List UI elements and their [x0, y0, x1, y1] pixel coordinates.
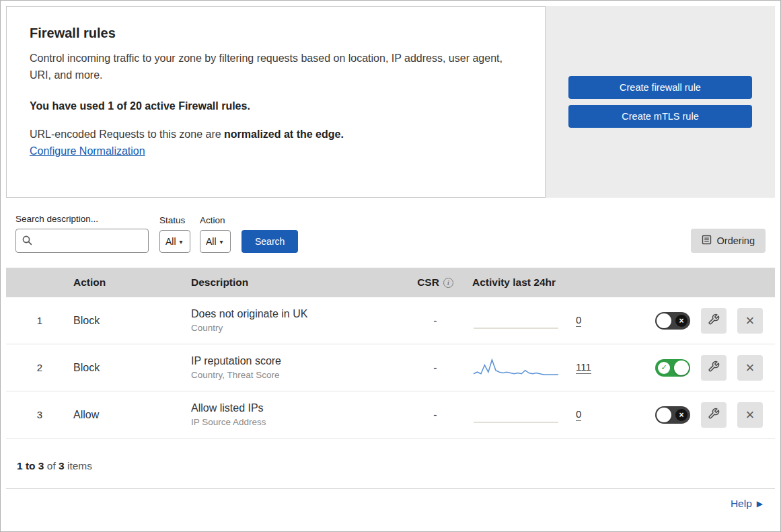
close-icon: ×	[746, 313, 755, 328]
search-button[interactable]: Search	[241, 230, 298, 253]
wrench-icon	[708, 313, 720, 328]
header-csr: CSR i	[398, 276, 472, 289]
rule-activity-cell: 0	[472, 403, 630, 427]
activity-sparkline	[472, 356, 560, 380]
action-label: Action	[200, 215, 231, 225]
toggle-state-icon	[658, 362, 670, 374]
wrench-icon	[708, 360, 720, 375]
rule-csr: -	[398, 315, 472, 327]
items-of: of	[44, 460, 59, 471]
header-description: Description	[191, 276, 398, 289]
activity-count-link[interactable]: 0	[576, 314, 581, 327]
delete-rule-button[interactable]: ×	[737, 402, 763, 428]
page-description: Control incoming traffic to your zone by…	[30, 50, 507, 84]
page-title: Firewall rules	[30, 26, 522, 41]
filter-bar: Search description... Status All ▾ Actio…	[6, 214, 775, 253]
edit-rule-button[interactable]	[701, 355, 727, 381]
rule-action: Block	[73, 362, 191, 374]
ordering-button-label: Ordering	[717, 235, 755, 246]
activity-count-link[interactable]: 0	[576, 408, 581, 421]
activity-count-link[interactable]: 111	[576, 361, 591, 374]
table-header: Action Description CSR i Activity last 2…	[6, 268, 775, 297]
header-action: Action	[73, 276, 191, 289]
action-filter-group: Action All ▾	[200, 215, 231, 253]
rule-priority: 3	[6, 409, 73, 420]
rule-controls: ×	[630, 402, 775, 428]
help-bar: Help ▶	[6, 488, 775, 510]
rule-enable-toggle[interactable]	[655, 312, 690, 330]
rule-controls: ×	[630, 355, 775, 381]
toggle-knob	[657, 313, 671, 328]
delete-rule-button[interactable]: ×	[737, 308, 763, 334]
info-icon[interactable]: i	[443, 278, 453, 288]
rule-activity-cell: 111	[472, 356, 630, 380]
rule-description-cell: IP reputation score Country, Threat Scor…	[191, 355, 398, 380]
rule-description: IP reputation score	[191, 355, 398, 367]
edit-rule-button[interactable]	[701, 402, 727, 428]
edit-rule-button[interactable]	[701, 308, 727, 334]
rule-fields: Country	[191, 323, 398, 333]
status-dropdown-value: All	[165, 236, 176, 247]
chevron-down-icon: ▾	[180, 238, 183, 245]
search-input-wrap	[15, 229, 149, 253]
activity-sparkline	[472, 403, 560, 427]
cta-panel: Create firewall rule Create mTLS rule	[546, 6, 775, 198]
items-total: 3	[59, 460, 65, 471]
normalization-note-text: URL-encoded Requests to this zone are	[30, 128, 224, 140]
close-icon: ×	[746, 360, 755, 375]
rule-priority: 2	[6, 362, 73, 373]
header-csr-label: CSR	[417, 276, 439, 289]
rule-fields: Country, Threat Score	[191, 370, 398, 380]
chevron-down-icon: ▾	[220, 238, 223, 245]
pagination-summary: 1 to 3 of 3 items	[6, 439, 775, 488]
table-row: 1 Block Does not originate in UK Country…	[6, 297, 775, 344]
rule-enable-toggle[interactable]	[655, 359, 690, 377]
status-filter-group: Status All ▾	[159, 215, 190, 253]
rule-description-cell: Allow listed IPs IP Source Address	[191, 402, 398, 427]
create-firewall-rule-button[interactable]: Create firewall rule	[568, 76, 752, 99]
action-dropdown-value: All	[206, 236, 217, 247]
configure-normalization-link[interactable]: Configure Normalization	[30, 145, 145, 157]
table-row: 2 Block IP reputation score Country, Thr…	[6, 344, 775, 391]
close-icon: ×	[746, 408, 755, 422]
ordering-button[interactable]: Ordering	[691, 229, 766, 253]
normalization-note: URL-encoded Requests to this zone are no…	[30, 128, 522, 141]
rule-enable-toggle[interactable]	[655, 406, 690, 424]
activity-sparkline	[472, 309, 560, 333]
toggle-state-icon	[675, 409, 687, 421]
rule-description: Does not originate in UK	[191, 308, 398, 320]
toggle-knob	[657, 408, 671, 422]
search-group: Search description...	[15, 214, 149, 253]
items-word: items	[65, 460, 92, 471]
rule-action: Allow	[73, 409, 191, 421]
rule-priority: 1	[6, 315, 73, 326]
rule-description: Allow listed IPs	[191, 402, 398, 414]
search-icon	[22, 235, 33, 249]
search-label: Search description...	[15, 214, 149, 224]
help-link-label: Help	[731, 498, 752, 510]
create-mtls-rule-button[interactable]: Create mTLS rule	[568, 105, 752, 128]
toggle-knob	[674, 360, 689, 375]
help-arrow-icon: ▶	[757, 499, 763, 508]
rule-csr: -	[398, 409, 472, 421]
rule-csr: -	[398, 362, 472, 374]
items-range: 1 to 3	[17, 460, 44, 471]
help-link[interactable]: Help ▶	[731, 498, 763, 510]
firewall-rules-page: Firewall rules Control incoming traffic …	[0, 0, 781, 532]
status-label: Status	[159, 215, 190, 225]
rule-activity-cell: 0	[472, 309, 630, 333]
delete-rule-button[interactable]: ×	[737, 355, 763, 381]
ordering-icon	[702, 235, 712, 247]
intro-card: Firewall rules Control incoming traffic …	[6, 6, 546, 198]
rules-table: Action Description CSR i Activity last 2…	[6, 268, 775, 439]
page-header: Firewall rules Control incoming traffic …	[6, 6, 775, 198]
status-dropdown[interactable]: All ▾	[159, 230, 190, 253]
rule-action: Block	[73, 315, 191, 327]
header-activity: Activity last 24hr	[472, 276, 630, 289]
rule-fields: IP Source Address	[191, 417, 398, 427]
toggle-state-icon	[675, 315, 687, 327]
search-input[interactable]	[15, 229, 149, 253]
usage-summary: You have used 1 of 20 active Firewall ru…	[30, 100, 522, 112]
action-dropdown[interactable]: All ▾	[200, 230, 231, 253]
rule-controls: ×	[630, 308, 775, 334]
